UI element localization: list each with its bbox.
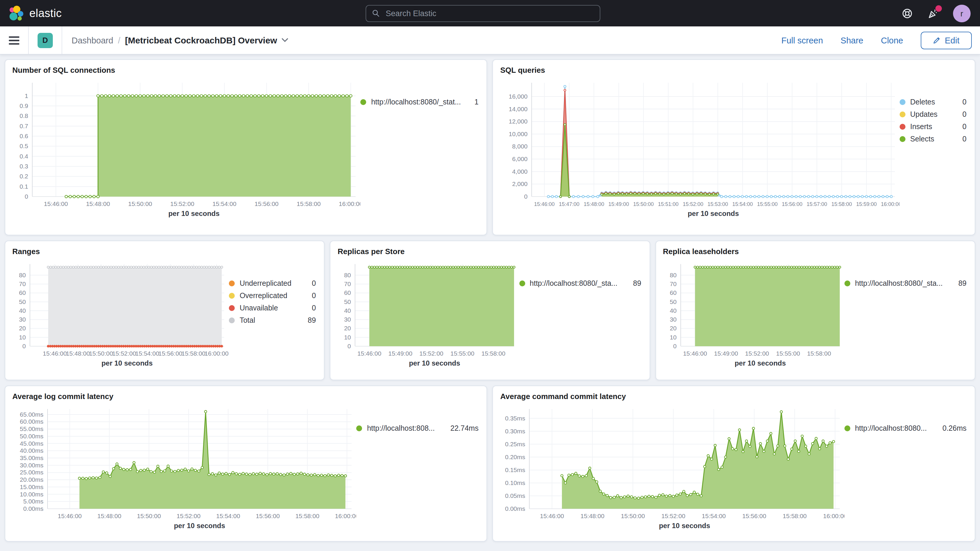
chart-sql-queries[interactable]: 16,00014,00012,00010,0008,0006,0004,0002…: [499, 77, 900, 219]
user-avatar[interactable]: r: [953, 5, 970, 22]
chart-number-of-sql-connections[interactable]: 10.90.80.70.60.50.40.30.20.1015:46:0015:…: [11, 77, 361, 219]
svg-text:0.2: 0.2: [20, 173, 28, 180]
svg-text:30: 30: [19, 316, 26, 323]
svg-text:20.00ms: 20.00ms: [20, 476, 43, 483]
svg-text:15:46:00: 15:46:00: [58, 513, 82, 519]
chart-average-log-commit-latency[interactable]: 65.00ms60.00ms55.00ms50.00ms45.00ms40.00…: [11, 403, 356, 531]
chevron-down-icon[interactable]: [282, 38, 288, 42]
svg-text:40: 40: [19, 307, 26, 314]
panel-replicas-per-store: Replicas per Store 8070605040302010015:4…: [330, 240, 650, 380]
legend-label: http://localhost:8080/_sta...: [530, 279, 627, 288]
svg-text:0.20ms: 0.20ms: [505, 454, 525, 460]
svg-text:70: 70: [344, 280, 351, 287]
clone-button[interactable]: Clone: [881, 35, 903, 45]
panel-grid: Number of SQL connections 10.90.80.70.60…: [5, 59, 975, 541]
svg-text:10: 10: [19, 334, 26, 341]
legend-value: 0: [963, 98, 967, 106]
svg-text:15:46:00: 15:46:00: [683, 350, 707, 357]
legend-dot: [229, 305, 235, 311]
legend-label: Underreplicated: [240, 279, 306, 288]
elastic-logo[interactable]: elastic: [0, 5, 62, 21]
svg-text:15:52:00: 15:52:00: [683, 201, 703, 207]
svg-text:15:48:00: 15:48:00: [66, 350, 90, 357]
legend-value: 0: [963, 110, 967, 118]
svg-text:60: 60: [344, 289, 351, 296]
svg-text:40.00ms: 40.00ms: [20, 447, 43, 454]
svg-text:16:00:00: 16:00:00: [205, 350, 229, 357]
legend-value: 0: [963, 123, 967, 131]
panel-title: Replicas per Store: [338, 247, 644, 256]
newsfeed-icon[interactable]: [927, 7, 939, 19]
legend-value: 0.26ms: [942, 424, 967, 433]
svg-text:15:50:00: 15:50:00: [89, 350, 113, 357]
chart-legend: http://localhost:8080...0.26ms: [845, 403, 969, 536]
legend-item[interactable]: http://localhost:8080...0.26ms: [845, 424, 967, 433]
svg-text:per 10 seconds: per 10 seconds: [169, 210, 220, 217]
page-title[interactable]: [Metricbeat CockroachDB] Overview: [125, 35, 277, 45]
svg-text:40: 40: [670, 307, 676, 314]
edit-button[interactable]: Edit: [921, 32, 972, 49]
share-button[interactable]: Share: [841, 35, 863, 45]
svg-text:15:58:00: 15:58:00: [482, 350, 506, 357]
svg-text:4,000: 4,000: [512, 168, 528, 175]
legend-item[interactable]: Selects0: [900, 135, 967, 143]
legend-dot: [900, 136, 905, 142]
legend-item[interactable]: http://localhost:8080/_sta...89: [519, 279, 641, 288]
svg-text:15:50:00: 15:50:00: [128, 201, 152, 207]
legend-item[interactable]: Inserts0: [900, 123, 967, 131]
svg-text:per 10 seconds: per 10 seconds: [102, 359, 153, 367]
chart-replicas-per-store[interactable]: 8070605040302010015:46:0015:49:0015:52:0…: [337, 258, 519, 368]
legend-item[interactable]: Underreplicated0: [229, 279, 316, 288]
svg-text:15:50:00: 15:50:00: [633, 201, 654, 207]
panel-replica-leaseholders: Replica leaseholders 8070605040302010015…: [655, 240, 975, 380]
legend-item[interactable]: Unavailable0: [229, 304, 316, 312]
legend-dot: [361, 99, 366, 105]
legend-dot: [900, 111, 905, 117]
toolbar-left: D Dashboard / [Metricbeat CockroachDB] O…: [0, 26, 288, 54]
svg-text:30: 30: [670, 316, 676, 323]
svg-text:15:54:00: 15:54:00: [733, 201, 753, 207]
svg-text:25.00ms: 25.00ms: [20, 469, 43, 476]
svg-text:0.6: 0.6: [20, 133, 28, 139]
panel-title: Number of SQL connections: [12, 66, 481, 75]
legend-item[interactable]: Updates0: [900, 110, 967, 118]
svg-text:15:52:00: 15:52:00: [420, 350, 444, 357]
svg-text:15:56:00: 15:56:00: [782, 201, 803, 207]
svg-text:80: 80: [670, 272, 676, 279]
legend-label: Inserts: [910, 123, 956, 131]
panel-title: Ranges: [12, 247, 318, 256]
svg-text:15:54:00: 15:54:00: [212, 201, 237, 207]
elastic-logo-icon: [8, 5, 24, 21]
legend-label: http://localhost:808...: [367, 424, 444, 433]
svg-text:0.00ms: 0.00ms: [505, 505, 525, 512]
pencil-icon: [933, 37, 941, 44]
legend-item[interactable]: Overreplicated0: [229, 291, 316, 300]
legend-item[interactable]: Deletes0: [900, 98, 967, 106]
menu-icon[interactable]: [0, 26, 28, 54]
legend-item[interactable]: http://localhost:8080/_sta...89: [845, 279, 967, 288]
panel-title: Average command commit latency: [500, 392, 969, 401]
svg-text:per 10 seconds: per 10 seconds: [688, 210, 740, 217]
svg-text:16,000: 16,000: [509, 93, 528, 100]
chart-average-command-commit-latency[interactable]: 0.35ms0.30ms0.25ms0.20ms0.15ms0.10ms0.05…: [499, 403, 845, 531]
search-input[interactable]: [384, 8, 594, 18]
panel-ranges: Ranges 8070605040302010015:46:0015:48:00…: [5, 240, 325, 380]
chart-replica-leaseholders[interactable]: 8070605040302010015:46:0015:49:0015:52:0…: [662, 258, 845, 368]
help-icon[interactable]: [901, 7, 913, 19]
legend-item[interactable]: http://localhost:808...22.74ms: [356, 424, 479, 433]
chart-legend: Underreplicated0Overreplicated0Unavailab…: [229, 258, 318, 374]
dashboard-main: Number of SQL connections 10.90.80.70.60…: [0, 54, 980, 546]
svg-text:per 10 seconds: per 10 seconds: [174, 522, 225, 530]
svg-text:15:48:00: 15:48:00: [584, 201, 605, 207]
svg-text:0.3: 0.3: [20, 163, 28, 170]
full-screen-button[interactable]: Full screen: [781, 35, 823, 45]
svg-text:16:00:00: 16:00:00: [881, 201, 900, 207]
legend-item[interactable]: http://localhost:8080/_stat...1: [361, 98, 479, 106]
svg-text:0.9: 0.9: [20, 102, 28, 109]
chart-ranges[interactable]: 8070605040302010015:46:0015:48:0015:50:0…: [11, 258, 229, 368]
breadcrumb-dashboard-link[interactable]: Dashboard: [72, 35, 113, 45]
legend-item[interactable]: Total89: [229, 316, 316, 325]
svg-text:16:00:00: 16:00:00: [339, 201, 360, 207]
legend-dot: [845, 425, 850, 431]
global-search[interactable]: [366, 5, 600, 22]
